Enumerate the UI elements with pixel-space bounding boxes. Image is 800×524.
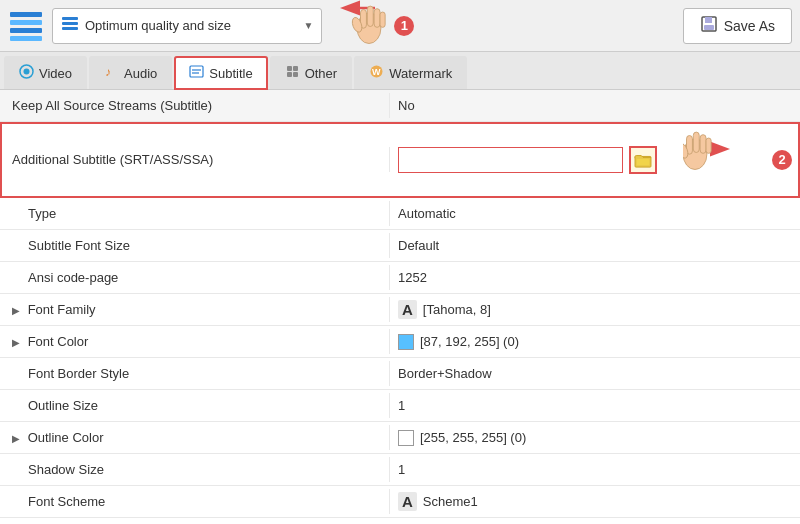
svg-rect-24 [293, 66, 298, 71]
svg-rect-30 [637, 159, 649, 165]
font-color-value: [87, 192, 255] (0) [390, 329, 800, 355]
tab-subtitle[interactable]: Subtitle [174, 56, 267, 90]
profile-name: Optimum quality and size [85, 18, 297, 33]
row-font-size: Subtitle Font Size Default [0, 230, 800, 262]
font-color-label-text: Font Color [28, 334, 89, 349]
row-type: Type Automatic [0, 198, 800, 230]
svg-point-18 [24, 69, 30, 75]
video-tab-icon [19, 64, 34, 82]
annotation-number-2: 2 [772, 150, 792, 170]
svg-rect-4 [62, 17, 78, 20]
svg-rect-15 [705, 17, 712, 23]
type-value: Automatic [390, 201, 800, 226]
svg-rect-2 [10, 28, 42, 33]
save-icon [700, 15, 718, 36]
font-a-icon: A [398, 300, 417, 319]
svg-rect-0 [10, 12, 42, 17]
svg-rect-26 [293, 72, 298, 77]
svg-rect-20 [190, 66, 203, 77]
outline-color-label: ▶ Outline Color [0, 425, 390, 450]
other-tab-icon [285, 64, 300, 82]
tab-audio[interactable]: ♪ Audio [89, 56, 172, 89]
tab-subtitle-label: Subtitle [209, 66, 252, 81]
type-label: Type [0, 201, 390, 226]
toolbar: Optimum quality and size ▼ [0, 0, 800, 52]
font-scheme-icon: A [398, 492, 417, 511]
profile-dropdown-icon [61, 15, 79, 37]
font-scheme-value: A Scheme1 [390, 487, 800, 516]
font-family-value: A [Tahoma, 8] [390, 295, 800, 324]
svg-rect-6 [62, 27, 78, 30]
font-family-label: ▶ Font Family [0, 297, 390, 322]
ansi-value: 1252 [390, 265, 800, 290]
row-additional-subtitle: Additional Subtitle (SRT/ASS/SSA) [0, 122, 800, 198]
font-color-swatch [398, 334, 414, 350]
svg-rect-23 [287, 66, 292, 71]
tab-watermark[interactable]: W Watermark [354, 56, 467, 89]
row-ansi: Ansi code-page 1252 [0, 262, 800, 294]
tab-video-label: Video [39, 66, 72, 81]
ansi-label: Ansi code-page [0, 265, 390, 290]
border-style-value: Border+Shadow [390, 361, 800, 386]
annotation-2-group: 2 [683, 127, 792, 192]
font-size-value: Default [390, 233, 800, 258]
outline-color-value-text: [255, 255, 255] (0) [420, 430, 526, 445]
svg-rect-12 [380, 12, 385, 27]
font-scheme-value-text: Scheme1 [423, 494, 478, 509]
profile-dropdown[interactable]: Optimum quality and size ▼ [52, 8, 322, 44]
svg-text:♪: ♪ [105, 65, 111, 79]
svg-rect-16 [704, 25, 714, 30]
additional-subtitle-value-cell: 2 [390, 122, 800, 197]
browse-button[interactable] [629, 146, 657, 174]
svg-rect-35 [700, 135, 706, 154]
settings-table: Keep All Source Streams (Subtitle) No Ad… [0, 90, 800, 524]
annotation-number-1: 1 [394, 16, 414, 36]
shadow-size-value: 1 [390, 457, 800, 482]
font-color-label: ▶ Font Color [0, 329, 390, 354]
svg-rect-1 [10, 20, 42, 25]
svg-rect-10 [368, 6, 374, 26]
tab-other[interactable]: Other [270, 56, 353, 89]
app-icon [8, 8, 44, 44]
svg-rect-25 [287, 72, 292, 77]
save-as-label: Save As [724, 18, 775, 34]
font-family-label-text: Font Family [28, 302, 96, 317]
watermark-tab-icon: W [369, 64, 384, 82]
tab-video[interactable]: Video [4, 56, 87, 89]
font-family-value-text: [Tahoma, 8] [423, 302, 491, 317]
svg-rect-36 [706, 138, 711, 153]
svg-text:W: W [372, 67, 381, 77]
additional-subtitle-label: Additional Subtitle (SRT/ASS/SSA) [0, 147, 390, 172]
font-color-expand-icon[interactable]: ▶ [12, 337, 20, 348]
outline-color-label-text: Outline Color [28, 430, 104, 445]
additional-subtitle-input[interactable] [398, 147, 623, 173]
font-scheme-label: Font Scheme [0, 489, 390, 514]
row-shadow-size: Shadow Size 1 [0, 454, 800, 486]
row-outline-size: Outline Size 1 [0, 390, 800, 422]
save-as-button[interactable]: Save As [683, 8, 792, 44]
dropdown-arrow-icon: ▼ [303, 20, 313, 31]
audio-tab-icon: ♪ [104, 64, 119, 82]
svg-rect-5 [62, 22, 78, 25]
row-outline-color: ▶ Outline Color [255, 255, 255] (0) [0, 422, 800, 454]
row-border-style: Font Border Style Border+Shadow [0, 358, 800, 390]
font-size-label: Subtitle Font Size [0, 233, 390, 258]
outline-color-value: [255, 255, 255] (0) [390, 425, 800, 451]
font-family-expand-icon[interactable]: ▶ [12, 305, 20, 316]
outline-size-label: Outline Size [0, 393, 390, 418]
outline-color-swatch [398, 430, 414, 446]
annotation-1-group: 1 [330, 0, 414, 58]
font-color-value-text: [87, 192, 255] (0) [420, 334, 519, 349]
subtitle-tab-icon [189, 64, 204, 82]
row-font-color: ▶ Font Color [87, 192, 255] (0) [0, 326, 800, 358]
tab-audio-label: Audio [124, 66, 157, 81]
row-font-scheme: Font Scheme A Scheme1 [0, 486, 800, 518]
row-keep-all: Keep All Source Streams (Subtitle) No [0, 90, 800, 122]
svg-rect-11 [374, 9, 380, 28]
tab-watermark-label: Watermark [389, 66, 452, 81]
keep-all-label: Keep All Source Streams (Subtitle) [0, 93, 390, 118]
border-style-label: Font Border Style [0, 361, 390, 386]
outline-color-expand-icon[interactable]: ▶ [12, 433, 20, 444]
shadow-size-label: Shadow Size [0, 457, 390, 482]
svg-rect-3 [10, 36, 42, 41]
